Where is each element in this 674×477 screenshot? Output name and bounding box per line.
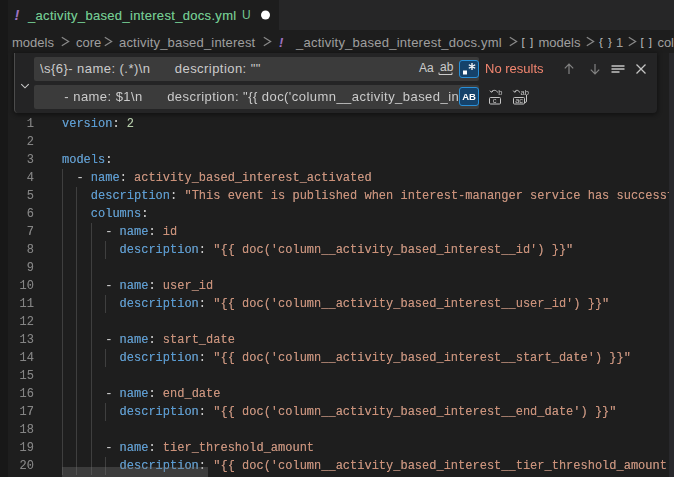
svg-text:c: c xyxy=(493,96,497,105)
svg-text:AB: AB xyxy=(462,91,476,102)
svg-text:b: b xyxy=(498,88,502,97)
svg-text:ab: ab xyxy=(440,60,454,74)
svg-text:ac: ac xyxy=(515,96,523,105)
